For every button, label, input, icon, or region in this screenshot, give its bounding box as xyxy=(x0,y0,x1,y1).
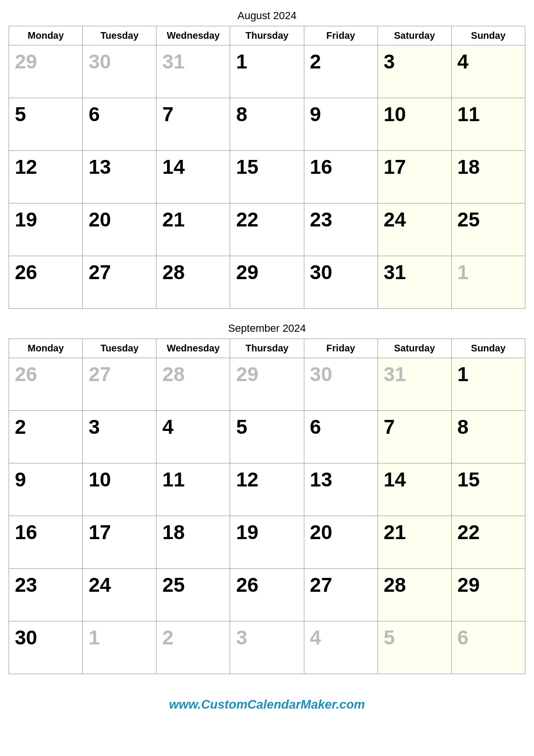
calendar-day: 5 xyxy=(230,411,304,463)
calendar-day: 11 xyxy=(451,98,525,151)
calendar-day: 27 xyxy=(304,569,378,621)
calendar-day: 28 xyxy=(156,256,230,309)
calendar-day: 10 xyxy=(83,463,156,516)
calendar-day: 30 xyxy=(304,358,378,411)
calendar-day: 28 xyxy=(156,358,230,411)
calendar-day: 1 xyxy=(230,45,304,98)
table-row: 19202122232425 xyxy=(9,203,525,256)
calendar-day: 2 xyxy=(156,621,230,674)
calendar-day: 27 xyxy=(83,358,156,411)
calendar-day: 16 xyxy=(304,151,378,203)
calendar-day: 28 xyxy=(378,569,451,621)
table-row: 2627282930311 xyxy=(9,358,525,411)
table-row: 12131415161718 xyxy=(9,151,525,203)
aug-col-tuesday: Tuesday xyxy=(83,26,156,45)
september-header-row: Monday Tuesday Wednesday Thursday Friday… xyxy=(9,339,525,358)
table-row: 2627282930311 xyxy=(9,256,525,309)
calendar-day: 9 xyxy=(304,98,378,151)
calendar-day: 24 xyxy=(83,569,156,621)
aug-col-friday: Friday xyxy=(304,26,378,45)
calendar-day: 22 xyxy=(451,516,525,569)
calendar-day: 6 xyxy=(304,411,378,463)
calendar-day: 20 xyxy=(83,203,156,256)
calendar-day: 3 xyxy=(83,411,156,463)
calendar-day: 26 xyxy=(9,256,83,309)
sep-col-sunday: Sunday xyxy=(451,339,525,358)
calendar-day: 26 xyxy=(9,358,83,411)
calendar-day: 14 xyxy=(378,463,451,516)
calendar-day: 30 xyxy=(9,621,83,674)
table-row: 2930311234 xyxy=(9,45,525,98)
aug-col-wednesday: Wednesday xyxy=(156,26,230,45)
calendar-day: 3 xyxy=(378,45,451,98)
calendar-day: 19 xyxy=(9,203,83,256)
calendar-day: 31 xyxy=(378,358,451,411)
aug-col-saturday: Saturday xyxy=(378,26,451,45)
calendar-day: 21 xyxy=(156,203,230,256)
calendar-day: 31 xyxy=(156,45,230,98)
calendar-day: 5 xyxy=(9,98,83,151)
august-header-row: Monday Tuesday Wednesday Thursday Friday… xyxy=(9,26,525,45)
sep-col-thursday: Thursday xyxy=(230,339,304,358)
calendar-day: 4 xyxy=(304,621,378,674)
august-table: Monday Tuesday Wednesday Thursday Friday… xyxy=(9,26,525,309)
sep-col-friday: Friday xyxy=(304,339,378,358)
calendar-day: 22 xyxy=(230,203,304,256)
calendar-day: 26 xyxy=(230,569,304,621)
calendar-day: 17 xyxy=(378,151,451,203)
calendar-day: 20 xyxy=(304,516,378,569)
calendar-day: 5 xyxy=(378,621,451,674)
calendar-day: 12 xyxy=(9,151,83,203)
september-table: Monday Tuesday Wednesday Thursday Friday… xyxy=(9,339,525,674)
september-calendar: September 2024 Monday Tuesday Wednesday … xyxy=(9,322,525,674)
calendar-day: 23 xyxy=(9,569,83,621)
calendar-day: 13 xyxy=(83,151,156,203)
calendar-day: 4 xyxy=(156,411,230,463)
calendar-day: 30 xyxy=(83,45,156,98)
aug-col-sunday: Sunday xyxy=(451,26,525,45)
calendar-day: 11 xyxy=(156,463,230,516)
calendar-day: 3 xyxy=(230,621,304,674)
calendar-day: 8 xyxy=(451,411,525,463)
august-calendar: August 2024 Monday Tuesday Wednesday Thu… xyxy=(9,10,525,309)
calendar-day: 27 xyxy=(83,256,156,309)
sep-col-tuesday: Tuesday xyxy=(83,339,156,358)
calendar-day: 8 xyxy=(230,98,304,151)
footer-link[interactable]: www.CustomCalendarMaker.com xyxy=(169,697,365,712)
calendar-day: 14 xyxy=(156,151,230,203)
calendar-day: 12 xyxy=(230,463,304,516)
calendar-day: 19 xyxy=(230,516,304,569)
sep-col-wednesday: Wednesday xyxy=(156,339,230,358)
calendar-day: 29 xyxy=(9,45,83,98)
calendar-day: 21 xyxy=(378,516,451,569)
calendar-day: 16 xyxy=(9,516,83,569)
calendar-day: 15 xyxy=(451,463,525,516)
august-title: August 2024 xyxy=(9,10,525,22)
calendar-day: 18 xyxy=(451,151,525,203)
aug-col-thursday: Thursday xyxy=(230,26,304,45)
calendar-day: 7 xyxy=(156,98,230,151)
calendar-day: 23 xyxy=(304,203,378,256)
sep-col-monday: Monday xyxy=(9,339,83,358)
calendar-day: 4 xyxy=(451,45,525,98)
aug-col-monday: Monday xyxy=(9,26,83,45)
sep-col-saturday: Saturday xyxy=(378,339,451,358)
calendar-day: 1 xyxy=(451,358,525,411)
calendar-day: 2 xyxy=(304,45,378,98)
calendar-day: 18 xyxy=(156,516,230,569)
calendar-day: 25 xyxy=(156,569,230,621)
table-row: 16171819202122 xyxy=(9,516,525,569)
calendar-day: 29 xyxy=(230,358,304,411)
september-title: September 2024 xyxy=(9,322,525,335)
calendar-day: 1 xyxy=(83,621,156,674)
calendar-day: 24 xyxy=(378,203,451,256)
calendar-day: 25 xyxy=(451,203,525,256)
calendar-day: 29 xyxy=(451,569,525,621)
calendar-day: 2 xyxy=(9,411,83,463)
table-row: 23242526272829 xyxy=(9,569,525,621)
calendar-day: 1 xyxy=(451,256,525,309)
calendar-day: 30 xyxy=(304,256,378,309)
calendar-day: 10 xyxy=(378,98,451,151)
table-row: 567891011 xyxy=(9,98,525,151)
table-row: 30123456 xyxy=(9,621,525,674)
